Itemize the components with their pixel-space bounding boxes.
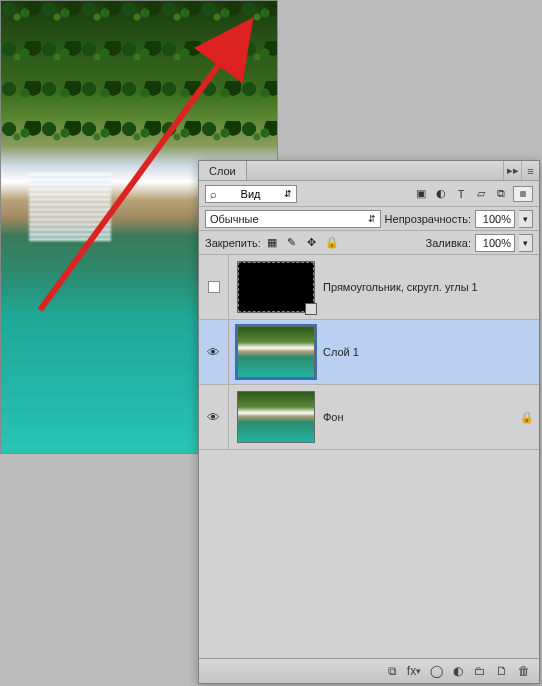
layer-name-label[interactable]: Прямоугольник, скругл. углы 1	[323, 281, 515, 293]
filter-adjust-icon[interactable]: ◐	[433, 186, 449, 202]
layer-mask-button[interactable]: ◯	[427, 663, 445, 679]
visibility-toggle[interactable]: 👁	[207, 410, 220, 425]
layers-panel-footer: ⧉ fx▾ ◯ ◐ 🗀 🗋 🗑	[199, 659, 539, 683]
adjustment-layer-button[interactable]: ◐	[449, 663, 467, 679]
filter-type-label: Вид	[241, 188, 261, 200]
fill-label: Заливка:	[426, 237, 471, 249]
lock-pixels-button[interactable]: ✎	[285, 236, 299, 250]
opacity-label: Непрозрачность:	[385, 213, 471, 225]
fill-dropdown[interactable]: ▾	[519, 234, 533, 252]
layer-thumbnail[interactable]	[237, 326, 315, 378]
lock-transparency-button[interactable]: ▦	[265, 236, 279, 250]
layers-tab[interactable]: Слои	[199, 161, 247, 180]
layer-group-button[interactable]: 🗀	[471, 663, 489, 679]
opacity-input[interactable]: 100%	[475, 210, 515, 228]
filter-type-select[interactable]: ⌕ Вид ⇵	[205, 185, 297, 203]
lock-all-button[interactable]: 🔒	[325, 236, 339, 250]
panel-collapse-button[interactable]: ▸▸	[503, 161, 521, 180]
blend-mode-value: Обычные	[210, 213, 259, 225]
panel-menu-button[interactable]: ≡	[521, 161, 539, 180]
delete-layer-button[interactable]: 🗑	[515, 663, 533, 679]
layer-style-button[interactable]: fx▾	[405, 663, 423, 679]
opacity-dropdown[interactable]: ▾	[519, 210, 533, 228]
filter-type-icon[interactable]: T	[453, 186, 469, 202]
filter-shape-icon[interactable]: ▱	[473, 186, 489, 202]
layer-row[interactable]: 👁 Фон 🔒	[199, 385, 539, 450]
filter-smart-icon[interactable]: ⧉	[493, 186, 509, 202]
filter-pixel-icon[interactable]: ▣	[413, 186, 429, 202]
lock-fill-row: Закрепить: ▦ ✎ ✥ 🔒 Заливка: 100% ▾	[199, 231, 539, 255]
canvas-content	[1, 1, 277, 159]
layer-filter-toolbar: ⌕ Вид ⇵ ▣ ◐ T ▱ ⧉	[199, 181, 539, 207]
lock-label: Закрепить:	[205, 237, 261, 249]
search-icon: ⌕	[210, 188, 217, 200]
blend-opacity-row: Обычные ⇵ Непрозрачность: 100% ▾	[199, 207, 539, 231]
filter-toggle[interactable]	[513, 186, 533, 202]
layer-row[interactable]: 👁 Слой 1	[199, 320, 539, 385]
layer-name-label[interactable]: Фон	[323, 411, 515, 423]
updown-icon: ⇵	[284, 189, 292, 199]
layer-name-label[interactable]: Слой 1	[323, 346, 515, 358]
layer-list: Прямоугольник, скругл. углы 1 👁 Слой 1 👁…	[199, 255, 539, 659]
updown-icon: ⇵	[368, 214, 376, 224]
layer-thumbnail[interactable]	[237, 261, 315, 313]
layer-thumbnail[interactable]	[237, 391, 315, 443]
new-layer-button[interactable]: 🗋	[493, 663, 511, 679]
panel-titlebar: Слои ▸▸ ≡	[199, 161, 539, 181]
lock-position-button[interactable]: ✥	[305, 236, 319, 250]
layers-panel: Слои ▸▸ ≡ ⌕ Вид ⇵ ▣ ◐ T ▱ ⧉ Обычные ⇵ Не…	[198, 160, 540, 684]
visibility-toggle[interactable]	[208, 281, 220, 293]
visibility-toggle[interactable]: 👁	[207, 345, 220, 360]
canvas-content	[29, 173, 112, 241]
lock-icon: 🔒	[515, 411, 539, 424]
blend-mode-select[interactable]: Обычные ⇵	[205, 210, 381, 228]
link-layers-button[interactable]: ⧉	[383, 663, 401, 679]
fill-input[interactable]: 100%	[475, 234, 515, 252]
layer-row[interactable]: Прямоугольник, скругл. углы 1	[199, 255, 539, 320]
